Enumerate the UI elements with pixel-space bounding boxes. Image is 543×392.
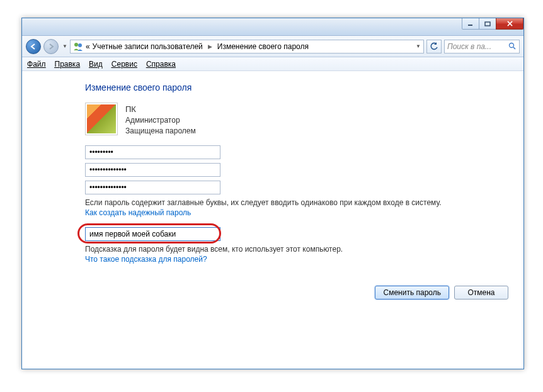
confirm-password-input[interactable] xyxy=(85,181,220,194)
nav-toolbar: ▼ « Учетные записи пользователей ▶ Измен… xyxy=(22,36,523,57)
caps-note: Если пароль содержит заглавные буквы, их… xyxy=(85,198,508,207)
forward-button[interactable] xyxy=(43,39,59,54)
page-title: Изменение своего пароля xyxy=(85,82,508,92)
window-controls xyxy=(462,18,523,30)
hint-note: Подсказка для пароля будет видна всем, к… xyxy=(85,245,508,254)
content-area: Изменение своего пароля ПК Администратор… xyxy=(22,71,523,369)
svg-rect-0 xyxy=(468,25,472,26)
breadcrumb-separator: ▶ xyxy=(205,43,215,50)
button-row: Сменить пароль Отмена xyxy=(375,286,508,300)
menu-bar: Файл Правка Вид Сервис Справка xyxy=(22,57,523,71)
search-box[interactable]: Поиск в па... xyxy=(444,40,520,53)
user-meta: ПК Администратор Защищена паролем xyxy=(125,103,196,137)
current-password-input[interactable] xyxy=(85,145,220,159)
menu-help[interactable]: Справка xyxy=(146,60,176,69)
minimize-button[interactable] xyxy=(462,18,479,30)
avatar xyxy=(85,103,118,135)
new-password-input[interactable] xyxy=(85,163,220,177)
back-button[interactable] xyxy=(26,39,41,54)
search-icon xyxy=(508,42,517,50)
svg-point-3 xyxy=(78,43,82,47)
search-placeholder: Поиск в па... xyxy=(447,42,491,51)
nav-history-dropdown[interactable]: ▼ xyxy=(62,43,67,49)
user-role: Администратор xyxy=(125,115,196,126)
breadcrumb-prefix: « xyxy=(86,42,90,51)
titlebar xyxy=(22,18,523,36)
user-status: Защищена паролем xyxy=(125,126,196,137)
address-bar[interactable]: « Учетные записи пользователей ▶ Изменен… xyxy=(70,40,424,53)
window-frame: ▼ « Учетные записи пользователей ▶ Измен… xyxy=(21,18,524,369)
breadcrumb-item-1[interactable]: Учетные записи пользователей xyxy=(93,42,203,51)
svg-rect-1 xyxy=(485,22,490,26)
users-icon xyxy=(73,42,83,52)
svg-point-4 xyxy=(510,43,514,48)
close-button[interactable] xyxy=(496,18,523,30)
avatar-image xyxy=(87,104,116,133)
user-name: ПК xyxy=(125,104,196,115)
menu-file[interactable]: Файл xyxy=(27,60,46,69)
strong-password-link[interactable]: Как создать надежный пароль xyxy=(85,208,191,217)
breadcrumb-item-2[interactable]: Изменение своего пароля xyxy=(217,42,309,51)
password-hint-input[interactable] xyxy=(85,227,220,241)
hint-help-link[interactable]: Что такое подсказка для паролей? xyxy=(85,255,207,264)
change-password-button[interactable]: Сменить пароль xyxy=(375,286,449,300)
svg-point-2 xyxy=(74,43,78,47)
maximize-button[interactable] xyxy=(479,18,496,30)
user-info: ПК Администратор Защищена паролем xyxy=(85,103,508,137)
cancel-button[interactable]: Отмена xyxy=(454,286,508,300)
menu-view[interactable]: Вид xyxy=(89,60,103,69)
menu-tools[interactable]: Сервис xyxy=(111,60,137,69)
hint-section xyxy=(85,227,508,241)
menu-edit[interactable]: Правка xyxy=(55,60,81,69)
address-dropdown[interactable]: ▼ xyxy=(416,43,421,49)
refresh-button[interactable] xyxy=(426,40,442,53)
